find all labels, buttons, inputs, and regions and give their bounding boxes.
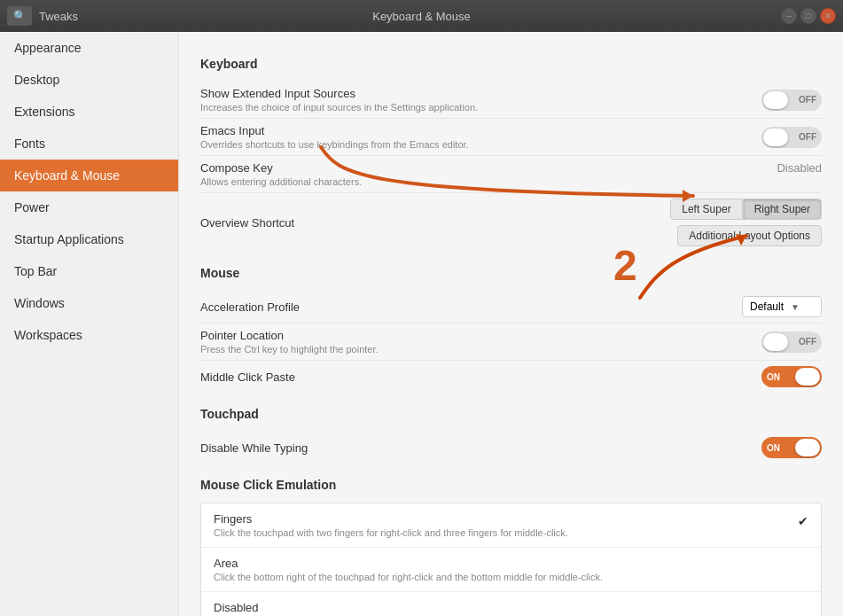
toggle-label: ON xyxy=(767,372,780,382)
close-icon: ✕ xyxy=(824,12,831,20)
fingers-sub: Click the touchpad with two fingers for … xyxy=(214,527,568,538)
content-area: 2 Keyboard Show Extended Input Sources I… xyxy=(179,32,843,616)
acceleration-profile-row: Acceleration Profile Default ▼ xyxy=(200,291,822,324)
overview-shortcut-row: Overview Shortcut Left Super Right Super… xyxy=(200,193,822,252)
disabled-title: Disabled xyxy=(214,601,355,614)
touchpad-heading: Touchpad xyxy=(200,407,822,421)
sidebar-item-fonts[interactable]: Fonts xyxy=(0,128,178,160)
toggle-knob xyxy=(795,439,820,456)
minimize-button[interactable]: – xyxy=(781,8,797,24)
sidebar-item-extensions[interactable]: Extensions xyxy=(0,96,178,128)
disable-while-typing-label: Disable While Typing xyxy=(200,441,308,455)
sidebar-item-workspaces[interactable]: Workspaces xyxy=(0,319,178,351)
maximize-button[interactable]: □ xyxy=(800,8,816,24)
toggle-knob xyxy=(763,91,788,109)
toggle-knob xyxy=(795,368,820,386)
emulation-heading: Mouse Click Emulation xyxy=(200,478,822,492)
compose-key-row: Compose Key Allows entering additional c… xyxy=(200,156,822,193)
title-bar: 🔍 Tweaks Keyboard & Mouse – □ ✕ xyxy=(0,0,843,32)
pointer-location-toggle[interactable]: OFF xyxy=(761,331,822,353)
sidebar-item-power[interactable]: Power xyxy=(0,191,178,223)
compose-state: Disabled xyxy=(777,161,822,175)
sidebar: Appearance Desktop Extensions Fonts Keyb… xyxy=(0,32,179,616)
overview-shortcut-label: Overview Shortcut xyxy=(200,216,294,230)
fingers-checkmark: ✔ xyxy=(798,514,808,528)
compose-sublabel: Allows entering additional characters. xyxy=(200,176,362,187)
search-icon: 🔍 xyxy=(13,10,27,22)
toggle-label: OFF xyxy=(799,132,816,142)
show-extended-toggle[interactable]: OFF xyxy=(761,90,822,111)
pointer-location-row: Pointer Location Press the Ctrl key to h… xyxy=(200,324,822,361)
pointer-location-label: Pointer Location xyxy=(200,329,379,342)
left-super-button[interactable]: Left Super xyxy=(670,199,742,220)
toggle-label: ON xyxy=(767,443,780,453)
app-name: Tweaks xyxy=(39,10,78,23)
area-title: Area xyxy=(214,557,603,570)
toggle-label: OFF xyxy=(799,95,816,105)
emulation-item-disabled[interactable]: Disabled Don't use mouse click emulation… xyxy=(201,592,821,616)
middle-click-toggle[interactable]: ON xyxy=(761,366,822,387)
emacs-sublabel: Overrides shortcuts to use keybindings f… xyxy=(200,139,469,150)
toggle-label: OFF xyxy=(799,337,816,347)
sidebar-item-top-bar[interactable]: Top Bar xyxy=(0,255,178,287)
emacs-label: Emacs Input xyxy=(200,124,469,137)
main-container: Appearance Desktop Extensions Fonts Keyb… xyxy=(0,32,843,616)
close-button[interactable]: ✕ xyxy=(820,8,836,24)
emulation-item-fingers[interactable]: Fingers Click the touchpad with two fing… xyxy=(201,503,821,548)
keyboard-heading: Keyboard xyxy=(200,57,822,71)
acceleration-dropdown[interactable]: Default ▼ xyxy=(742,296,822,317)
emulation-list: Fingers Click the touchpad with two fing… xyxy=(200,503,822,616)
show-extended-label: Show Extended Input Sources xyxy=(200,87,478,100)
dropdown-arrow-icon: ▼ xyxy=(791,302,800,312)
sidebar-item-windows[interactable]: Windows xyxy=(0,287,178,319)
sidebar-item-desktop[interactable]: Desktop xyxy=(0,64,178,96)
sidebar-item-startup-applications[interactable]: Startup Applications xyxy=(0,223,178,255)
emacs-input-row: Emacs Input Overrides shortcuts to use k… xyxy=(200,119,822,156)
additional-layout-options-button[interactable]: Additional Layout Options xyxy=(677,225,822,246)
sidebar-item-keyboard-mouse[interactable]: Keyboard & Mouse xyxy=(0,160,178,191)
emulation-item-area[interactable]: Area Click the bottom right of the touch… xyxy=(201,548,821,592)
touchpad-section: Touchpad Disable While Typing ON xyxy=(200,407,822,464)
emacs-toggle[interactable]: OFF xyxy=(761,127,822,148)
toggle-knob xyxy=(763,129,788,146)
mouse-heading: Mouse xyxy=(200,266,822,280)
mouse-click-emulation-section: Mouse Click Emulation Fingers Click the … xyxy=(200,478,822,616)
show-extended-input-row: Show Extended Input Sources Increases th… xyxy=(200,82,822,119)
fingers-title: Fingers xyxy=(214,512,568,526)
keyboard-section: Keyboard Show Extended Input Sources Inc… xyxy=(200,57,822,252)
window-controls: – □ ✕ xyxy=(781,8,836,24)
overview-shortcut-btn-group: Left Super Right Super xyxy=(670,199,822,220)
middle-click-label: Middle Click Paste xyxy=(200,370,295,384)
area-sub: Click the bottom right of the touchpad f… xyxy=(214,572,603,582)
middle-click-paste-row: Middle Click Paste ON xyxy=(200,361,822,393)
sidebar-item-appearance[interactable]: Appearance xyxy=(0,32,178,64)
window-title: Keyboard & Mouse xyxy=(372,10,471,23)
right-super-button[interactable]: Right Super xyxy=(743,199,822,220)
maximize-icon: □ xyxy=(806,12,810,20)
disable-while-typing-toggle[interactable]: ON xyxy=(761,437,822,458)
disable-while-typing-row: Disable While Typing ON xyxy=(200,432,822,464)
minimize-icon: – xyxy=(786,12,791,20)
toggle-knob xyxy=(763,333,788,351)
compose-label: Compose Key xyxy=(200,161,362,175)
acceleration-value: Default xyxy=(750,300,784,313)
pointer-location-sublabel: Press the Ctrl key to highlight the poin… xyxy=(200,344,379,355)
mouse-section: Mouse Acceleration Profile Default ▼ Poi… xyxy=(200,266,822,393)
search-button[interactable]: 🔍 xyxy=(7,6,32,26)
show-extended-sublabel: Increases the choice of input sources in… xyxy=(200,102,478,113)
acceleration-label: Acceleration Profile xyxy=(200,300,300,314)
